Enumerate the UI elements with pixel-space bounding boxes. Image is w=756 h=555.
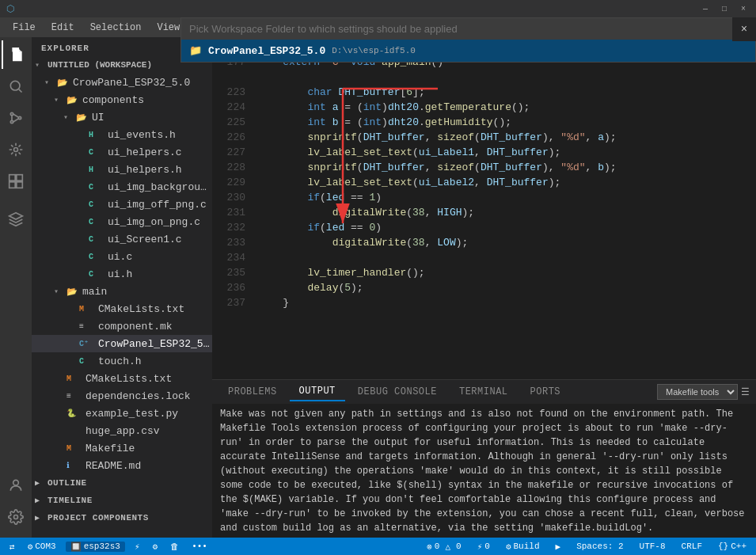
sidebar-item-ui-img-off[interactable]: C ui_img_off_png.c — [32, 196, 212, 213]
svg-point-9 — [14, 148, 18, 152]
status-trash[interactable]: 🗑 — [167, 542, 182, 552]
workspace-close-button[interactable]: × — [732, 17, 756, 41]
sidebar-item-makefile[interactable]: M Makefile — [32, 439, 212, 457]
sidebar-item-ui-helpers-h[interactable]: H ui_helpers.h — [32, 161, 212, 178]
panel-dropdown[interactable]: Makefile tools ☰ — [657, 384, 750, 400]
c-file-icon: C — [89, 200, 101, 209]
sidebar-item-crowpanel-cpp[interactable]: C⁺ CrowPanel_ESP32_5.0.cpp — [32, 335, 212, 352]
sidebar-item-dependencies[interactable]: ≡ dependencies.lock — [32, 387, 212, 405]
lock-file-icon: ≡ — [66, 392, 79, 401]
status-spaces[interactable]: Spaces: 2 — [573, 542, 626, 551]
error-icon: ⊗ — [427, 542, 432, 552]
status-warning2[interactable]: ⚡ 0 — [474, 542, 493, 552]
build-icon: ⚙ — [506, 542, 511, 552]
activity-settings[interactable] — [2, 503, 30, 531]
menu-file[interactable]: File — [6, 21, 42, 35]
maximize-button[interactable]: □ — [718, 2, 731, 15]
sidebar-item-ui-img-on[interactable]: C ui_img_on_png.c — [32, 213, 212, 230]
status-line-ending[interactable]: CRLF — [678, 542, 705, 551]
panel-menu-icon[interactable]: ☰ — [741, 386, 750, 398]
sidebar-item-example-test[interactable]: 🐍 example_test.py — [32, 405, 212, 422]
panel-tab-ports[interactable]: PORTS — [521, 383, 571, 401]
sidebar-item-touch-h[interactable]: C touch.h — [32, 352, 212, 370]
activity-extensions[interactable] — [2, 167, 30, 196]
activity-source-control[interactable] — [2, 104, 30, 132]
section-label-timeline: TIMELINE — [47, 496, 93, 505]
workspace-input[interactable] — [181, 18, 755, 40]
sidebar-item-readme[interactable]: ℹ README.md — [32, 457, 212, 474]
sidebar-item-ui[interactable]: ▾ 📂 UI — [32, 108, 212, 126]
warning-icon: △ — [445, 542, 450, 552]
sidebar-item-ui-img-bg[interactable]: C ui_img_background_png.c — [32, 178, 212, 196]
activity-esp-idf[interactable] — [2, 205, 30, 234]
activity-accounts[interactable] — [2, 471, 30, 500]
status-errors-warnings[interactable]: ⊗ 0 △ 0 — [424, 542, 464, 552]
status-dots[interactable]: ••• — [188, 542, 211, 551]
warning-count: 0 — [456, 542, 462, 551]
svg-rect-10 — [9, 175, 16, 181]
sidebar: EXPLORER ▾ UNTITLED (WORKSPACE) ▾ 📂 Crow… — [32, 37, 212, 538]
c-file-icon: C — [89, 183, 101, 192]
dots-icon: ••• — [192, 542, 207, 551]
close-button[interactable]: × — [737, 2, 750, 15]
cpp-file-icon: C⁺ — [79, 339, 92, 348]
remote-icon: ⇄ — [9, 542, 15, 552]
activity-debug[interactable] — [2, 135, 30, 164]
status-build[interactable]: ⚙ Build — [503, 542, 543, 552]
sidebar-item-cmakelists-root[interactable]: M CMakeLists.txt — [32, 370, 212, 387]
build-label: Build — [514, 542, 540, 551]
status-gear[interactable]: ⚙ — [150, 542, 161, 552]
panel-tab-debug-console[interactable]: DEBUG CONSOLE — [348, 383, 446, 401]
section-label-outline: OUTLINE — [47, 478, 87, 488]
svg-line-8 — [13, 119, 19, 122]
panel-tab-terminal[interactable]: TERMINAL — [450, 383, 518, 401]
minimize-button[interactable]: — — [699, 2, 712, 15]
gear-icon: ⚙ — [153, 542, 158, 552]
sidebar-item-main[interactable]: ▾ 📂 main — [32, 283, 212, 300]
sidebar-section-outline[interactable]: ▶ OUTLINE — [32, 474, 212, 492]
warning2-count: 0 — [484, 542, 490, 551]
status-run[interactable]: ▶ — [553, 542, 564, 552]
svg-rect-12 — [9, 182, 16, 188]
sidebar-section-timeline[interactable]: ▶ TIMELINE — [32, 492, 212, 509]
workspace-picker: 📁 CrowPanel_ESP32_5.0 D:\vs\esp-idf5.0 — [180, 17, 756, 63]
m-file-icon: M — [66, 374, 79, 383]
panel-tab-output[interactable]: OUTPUT — [290, 382, 345, 401]
status-language[interactable]: {} C++ — [715, 542, 750, 551]
menu-selection[interactable]: Selection — [84, 21, 148, 35]
sidebar-item-ui-screen[interactable]: C ui_Screen1.c — [32, 230, 212, 248]
sidebar-item-ui-events[interactable]: H ui_events.h — [32, 126, 212, 143]
sidebar-item-ui-helpers-c[interactable]: C ui_helpers.c — [32, 143, 212, 161]
sidebar-section-project-components[interactable]: ▶ PROJECT COMPONENTS — [32, 509, 212, 526]
sidebar-item-cmakelists-main[interactable]: M CMakeLists.txt — [32, 300, 212, 317]
status-encoding[interactable]: UTF-8 — [636, 542, 669, 551]
sidebar-item-ui-h[interactable]: C ui.h — [32, 265, 212, 283]
status-esp32s3[interactable]: 🔲 esp32s3 — [66, 542, 125, 552]
workspace-option[interactable]: 📁 CrowPanel_ESP32_5.0 D:\vs\esp-idf5.0 — [181, 40, 755, 62]
code-content[interactable]: extern "C" void app_main() char DHT_buff… — [252, 55, 756, 379]
workspace-option-path: D:\vs\esp-idf5.0 — [332, 46, 416, 55]
sidebar-item-ui-c[interactable]: C ui.c — [32, 248, 212, 265]
h-file-icon: H — [89, 131, 101, 139]
window-controls[interactable]: — □ × — [699, 2, 750, 15]
sidebar-item-component-mk[interactable]: ≡ component.mk — [32, 317, 212, 335]
chevron-down-icon: ▾ — [54, 287, 66, 296]
status-com[interactable]: ⚙ COM3 — [25, 542, 59, 552]
folder-icon: 📁 — [189, 44, 202, 57]
status-flash[interactable]: ⚡ — [131, 542, 143, 552]
sidebar-item-huge-app[interactable]: huge_app.csv — [32, 422, 212, 439]
h-file-icon: H — [89, 165, 101, 174]
code-editor[interactable]: 177 223 224 225 226 227 228 229 230 231 … — [212, 55, 756, 379]
activity-files[interactable] — [2, 40, 30, 69]
panel-dropdown-select[interactable]: Makefile tools — [657, 384, 738, 400]
svg-line-2 — [19, 89, 22, 93]
py-file-icon: 🐍 — [66, 409, 79, 418]
sidebar-item-components[interactable]: ▾ 📂 components — [32, 91, 212, 108]
menu-edit[interactable]: Edit — [45, 21, 81, 35]
com-icon: ⚙ — [28, 542, 33, 552]
sidebar-item-crowpanel[interactable]: ▾ 📂 CrowPanel_ESP32_5.0 — [32, 74, 212, 91]
status-bar-left: ⇄ ⚙ COM3 🔲 esp32s3 ⚡ ⚙ 🗑 ••• — [6, 542, 211, 552]
panel-tab-problems[interactable]: PROBLEMS — [218, 383, 287, 401]
status-remote[interactable]: ⇄ — [6, 542, 18, 552]
activity-search[interactable] — [2, 72, 30, 101]
